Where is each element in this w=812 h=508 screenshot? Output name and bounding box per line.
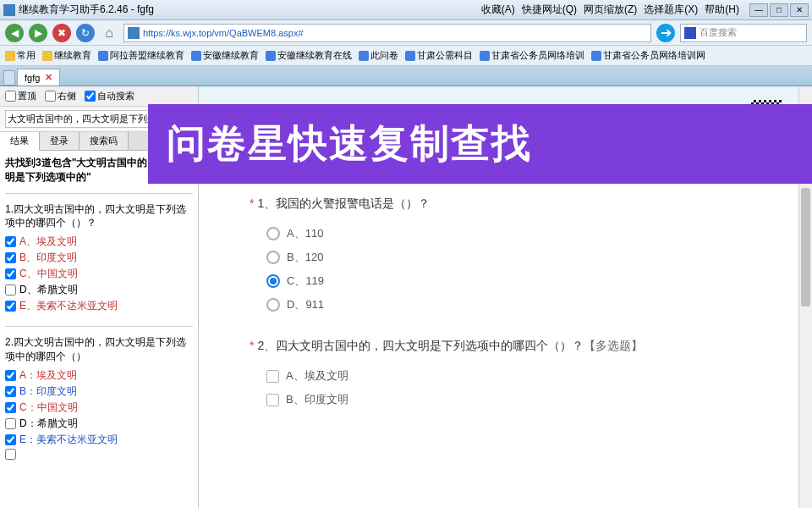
q1-opt-a[interactable] <box>5 236 16 247</box>
q2-check-a[interactable]: A、埃及文明 <box>266 364 761 388</box>
app-icon <box>3 4 15 16</box>
q1-radio-a[interactable]: A、110 <box>266 222 761 246</box>
menu-help[interactable]: 帮助(H) <box>705 3 739 17</box>
bookmark-item[interactable]: 安徽继续教育在线 <box>266 49 352 62</box>
reload-button[interactable]: ↻ <box>76 24 95 42</box>
stop-button[interactable]: ✖ <box>52 24 71 42</box>
bookmark-folder[interactable]: 常用 <box>5 49 36 62</box>
sidebar-tab-code[interactable]: 搜索码 <box>80 132 129 150</box>
bookmark-item[interactable]: 此问卷 <box>359 49 398 62</box>
overlay-banner: 问卷星快速复制查找 <box>148 104 812 184</box>
q2-check-b[interactable]: B、印度文明 <box>266 388 761 411</box>
q1-opt-d[interactable] <box>5 284 16 295</box>
bookmark-item[interactable]: 继续教育 <box>42 49 91 62</box>
q2-opt-a[interactable] <box>5 370 16 381</box>
back-button[interactable]: ◀ <box>5 24 24 42</box>
bookmark-item[interactable]: 阿拉善盟继续教育 <box>98 49 184 62</box>
opt-top[interactable]: 置顶 <box>5 90 36 102</box>
menu-bank[interactable]: 选择题库(X) <box>644 3 698 17</box>
minimize-button[interactable]: — <box>749 3 768 17</box>
browser-tab[interactable]: fgfg ✕ <box>17 69 60 86</box>
bookmark-item[interactable]: 甘肃省公务员网络培训 <box>480 49 584 62</box>
menu-favorites[interactable]: 收藏(A) <box>481 3 515 17</box>
opt-auto[interactable]: 自动搜索 <box>85 90 134 102</box>
q1-opt-e[interactable] <box>5 301 16 312</box>
sidebar-tab-login[interactable]: 登录 <box>40 132 80 150</box>
opt-right[interactable]: 右侧 <box>45 90 76 102</box>
address-bar[interactable]: https://ks.wjx.top/vm/QaBWEM8.aspx# <box>123 24 651 42</box>
q1-opt-b[interactable] <box>5 252 16 263</box>
q2-opt-e[interactable] <box>5 434 16 445</box>
menu-quicklinks[interactable]: 快捷网址(Q) <box>522 3 577 17</box>
q1-radio-d[interactable]: D、911 <box>266 293 761 317</box>
q2-opt-c[interactable] <box>5 402 16 413</box>
baidu-icon <box>684 27 696 39</box>
sidebar-tab-results[interactable]: 结果 <box>0 132 40 151</box>
scroll-thumb[interactable] <box>801 188 810 306</box>
close-button[interactable]: ✕ <box>790 3 809 17</box>
q2-opt-d[interactable] <box>5 418 16 429</box>
result-q2-title: 2.四大文明古国中的，四大文明是下列选项中的哪四个（） <box>5 335 193 364</box>
tab-close-icon[interactable]: ✕ <box>45 72 52 83</box>
search-placeholder: 百度搜索 <box>700 26 737 39</box>
new-tab-button[interactable] <box>3 70 15 86</box>
question-1-title: *1、我国的火警报警电话是（）？ <box>250 196 761 212</box>
bookmark-item[interactable]: 甘肃省公务员网络培训网 <box>591 49 705 62</box>
window-title: 继续教育学习助手6.2.46 - fgfg <box>19 3 154 17</box>
menu-zoom[interactable]: 网页缩放(Z) <box>584 3 637 17</box>
forward-button[interactable]: ▶ <box>29 24 47 42</box>
bookmark-item[interactable]: 安徽继续教育 <box>191 49 259 62</box>
q1-radio-b[interactable]: B、120 <box>266 246 761 269</box>
result-q1-title: 1.四大文明古国中的，四大文明是下列选项中的哪四个（）？ <box>5 202 193 231</box>
go-button[interactable]: ➔ <box>656 24 675 42</box>
maximize-button[interactable]: □ <box>770 3 788 17</box>
q2-opt-extra[interactable] <box>5 449 16 460</box>
url-text: https://ks.wjx.top/vm/QaBWEM8.aspx# <box>143 28 647 38</box>
q2-opt-b[interactable] <box>5 386 16 397</box>
q1-opt-c[interactable] <box>5 268 16 279</box>
bookmark-item[interactable]: 甘肃公需科目 <box>405 49 473 62</box>
question-2-title: *2、四大文明古国中的，四大文明是下列选项中的哪四个（）？【多选题】 <box>250 339 761 354</box>
site-icon <box>128 27 140 39</box>
tab-title: fgfg <box>25 73 40 83</box>
q1-radio-c[interactable]: C、119 <box>266 269 761 293</box>
search-box[interactable]: 百度搜索 <box>680 24 807 42</box>
home-button[interactable]: ⌂ <box>100 24 118 42</box>
sidebar-search-input[interactable] <box>5 110 152 128</box>
